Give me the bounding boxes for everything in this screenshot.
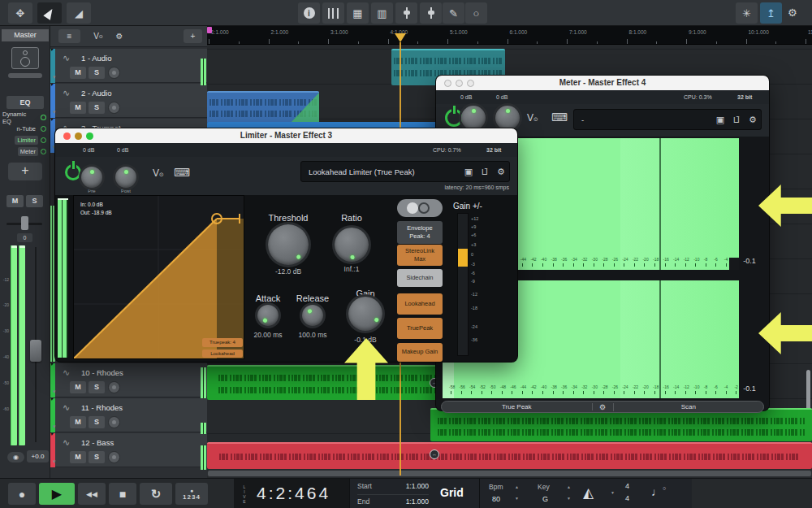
track-row[interactable]: ▾∿1 - AudioMS▾ [50, 49, 207, 83]
track-solo-button[interactable]: S [89, 416, 105, 428]
gear-icon[interactable]: ⚙ [493, 167, 509, 177]
piano-icon[interactable]: ▥ [371, 2, 393, 24]
track-name[interactable]: 11 - Rhodes [81, 403, 123, 412]
collapse-icon[interactable]: ▾ [53, 423, 56, 430]
track-solo-button[interactable]: S [89, 67, 105, 79]
knob[interactable] [495, 106, 520, 130]
keyboard-icon[interactable]: ⌨ [174, 166, 190, 179]
collapse-icon[interactable]: ▾ [53, 109, 56, 115]
key-value[interactable]: G [542, 495, 548, 503]
pan-thumb[interactable] [21, 216, 28, 230]
key-up-icon[interactable]: ▲ [567, 485, 571, 489]
track-mute-button[interactable]: M [70, 451, 86, 463]
key-down-icon[interactable]: ▼ [567, 497, 571, 501]
play-button[interactable]: ▶ [39, 483, 75, 505]
move-tool-icon[interactable]: ✥ [8, 2, 32, 24]
zoom-icon[interactable] [467, 80, 474, 87]
loop-start-row[interactable]: Start 1:1.000 [357, 482, 429, 490]
true-peak-button[interactable]: True Peak [442, 403, 593, 410]
loop-end-row[interactable]: End 1:1.000 [357, 494, 429, 506]
master-effect-meter[interactable]: Meter [0, 146, 49, 157]
automation-icon[interactable]: V⊙ [153, 167, 164, 179]
info-icon[interactable]: i [298, 2, 320, 24]
limiter-window-titlebar[interactable]: Limiter - Master Effect 3 [55, 128, 517, 143]
grid-button[interactable]: Grid [440, 486, 464, 499]
master-effect-dynamic-eq[interactable]: Dynamic EQ [0, 112, 49, 123]
gear-icon[interactable]: ⚙ [745, 115, 761, 125]
track-record-button[interactable] [108, 381, 120, 393]
preset-selector[interactable]: Lookahead Limiter (True Peak) ▣ ⊔̄ ⚙ [300, 161, 510, 182]
record-button[interactable]: ● [8, 483, 36, 505]
preset-selector[interactable]: - ▣ ⊔̄ ⚙ [573, 109, 762, 130]
settings-icon[interactable]: ⚙ [788, 7, 797, 19]
collapse-icon[interactable]: ▾ [53, 458, 56, 465]
metronome-menu-icon[interactable]: ▼ [611, 491, 615, 495]
track-mute-button[interactable]: M [70, 416, 86, 428]
track-name[interactable]: 12 - Bass [81, 438, 114, 447]
track-name[interactable]: 10 - Rhodes [81, 368, 123, 377]
track-name[interactable]: 2 - Audio [81, 89, 112, 98]
speaker-icon[interactable] [11, 47, 39, 69]
time-signature-top[interactable]: 4 [625, 482, 629, 490]
track-record-button[interactable] [108, 67, 120, 79]
track-solo-button[interactable]: S [89, 102, 105, 114]
settings-icon[interactable]: ⚙ [110, 29, 128, 43]
track-filter-icon[interactable]: ≡ [58, 29, 80, 43]
close-icon[interactable] [63, 132, 71, 140]
draw-tool-icon[interactable]: ✎ [443, 2, 464, 24]
cursor-tool-icon[interactable] [37, 2, 62, 24]
horizontal-scrollbar[interactable] [207, 470, 812, 477]
routing-icon[interactable]: ✳ [736, 2, 758, 24]
track-row[interactable]: ▾∿11 - RhodesMS▾ [50, 398, 207, 432]
add-effect-button[interactable]: + [8, 163, 42, 180]
track-row[interactable]: ▾∿2 - AudioMS▾ [50, 84, 207, 118]
master-effect-n-tube[interactable]: n-Tube [0, 124, 49, 134]
mixer-icon[interactable] [322, 2, 344, 24]
add-track-button[interactable]: + [184, 29, 202, 43]
collapse-icon[interactable]: ▾ [53, 74, 56, 80]
note-value-icon[interactable]: ♩○ [651, 485, 666, 498]
clip-fade-handle[interactable] [290, 93, 319, 124]
automation-icon[interactable]: V⊙ [527, 112, 538, 124]
master-title[interactable]: Master [2, 29, 49, 41]
save-icon[interactable]: ▣ [460, 167, 477, 177]
audio-clip[interactable] [207, 91, 319, 124]
automation-icon[interactable]: V⊙ [89, 29, 107, 43]
knob[interactable] [115, 167, 136, 188]
save-icon[interactable]: ▣ [712, 115, 728, 125]
clip-edge-handle[interactable]: ↔ [430, 449, 439, 459]
collapse-icon[interactable]: ▾ [53, 389, 56, 395]
zoom-icon[interactable] [86, 132, 93, 140]
track-mute-button[interactable]: M [70, 381, 86, 393]
bpm-down-icon[interactable]: ▼ [515, 497, 519, 501]
track-record-button[interactable] [108, 416, 120, 428]
time-signature-bottom[interactable]: 4 [625, 494, 629, 502]
stop-button[interactable]: ■ [109, 483, 136, 505]
scan-button[interactable]: Scan [614, 403, 764, 410]
knob[interactable] [461, 106, 486, 130]
master-solo-button[interactable]: S [26, 195, 43, 207]
master-mute-button[interactable]: M [6, 195, 24, 207]
marker-flag[interactable] [207, 27, 212, 33]
audio-clip[interactable] [430, 408, 812, 441]
track-solo-button[interactable]: S [89, 381, 105, 393]
instrument-fader-icon[interactable] [395, 2, 417, 24]
track-row[interactable]: ▾∿12 - BassMS▾ [50, 433, 207, 467]
track-mute-button[interactable]: M [70, 67, 86, 79]
knob[interactable] [81, 167, 102, 188]
playhead-marker[interactable] [395, 33, 406, 42]
master-volume-value[interactable]: +0.0 [27, 450, 49, 462]
share-icon[interactable]: ↥ [760, 2, 782, 24]
timeline-ruler[interactable]: 1:1.0002:1.0003:1.0004:1.0005:1.0006:1.0… [207, 26, 812, 45]
power-icon[interactable] [65, 164, 81, 180]
metronome-icon[interactable]: ◭ [583, 484, 594, 501]
track-mute-button[interactable]: M [70, 102, 86, 114]
track-row[interactable]: ▾∿10 - RhodesMS▾ [50, 363, 207, 397]
monitor-icon[interactable]: ◉ [7, 452, 24, 462]
audio-clip[interactable] [207, 442, 812, 469]
track-record-button[interactable] [108, 451, 120, 463]
gear-icon[interactable]: ⚙ [593, 403, 614, 411]
pads-icon[interactable]: ▦ [347, 2, 369, 24]
minimize-icon[interactable] [456, 80, 463, 87]
loop-shape-icon[interactable]: ○ [465, 2, 487, 24]
